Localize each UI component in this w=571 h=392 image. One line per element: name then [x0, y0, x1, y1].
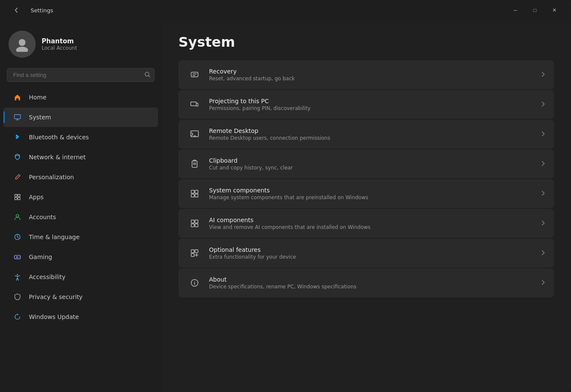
sidebar-item-gaming[interactable]: Gaming: [3, 247, 158, 267]
settings-item-remote-desktop[interactable]: Remote Desktop Remote Desktop users, con…: [178, 120, 554, 149]
sidebar-item-home[interactable]: Home: [3, 87, 158, 107]
optional-features-icon: [187, 245, 202, 261]
svg-rect-34: [191, 254, 194, 257]
sidebar-item-apps[interactable]: Apps: [3, 187, 158, 207]
avatar: [8, 31, 36, 58]
accounts-icon: [12, 212, 23, 223]
sidebar-item-personalization[interactable]: Personalization: [3, 167, 158, 187]
chevron-right-icon: [541, 131, 546, 138]
settings-item-projecting[interactable]: Projecting to this PC Permissions, pairi…: [178, 90, 554, 119]
bluetooth-icon: [12, 132, 23, 143]
ai-components-text: AI components View and remove AI compone…: [209, 217, 534, 230]
ai-components-desc: View and remove AI components that are i…: [209, 224, 534, 230]
sidebar-item-bluetooth[interactable]: Bluetooth & devices: [3, 127, 158, 147]
apps-icon: [12, 192, 23, 203]
titlebar-title: Settings: [31, 7, 53, 14]
recovery-desc: Reset, advanced startup, go back: [209, 76, 534, 82]
clipboard-desc: Cut and copy history, sync, clear: [209, 165, 534, 171]
time-icon: [12, 231, 23, 243]
svg-point-16: [19, 257, 20, 258]
sidebar-item-time[interactable]: Time & language: [3, 227, 158, 247]
remote-desktop-title: Remote Desktop: [209, 127, 534, 134]
optional-features-title: Optional features: [209, 246, 534, 253]
chevron-right-icon: [541, 71, 546, 79]
accessibility-icon: [12, 271, 23, 282]
chevron-right-icon: [541, 161, 546, 168]
chevron-right-icon: [541, 101, 546, 108]
chevron-right-icon: [541, 279, 546, 287]
optional-features-text: Optional features Extra functionality fo…: [209, 246, 534, 260]
settings-item-recovery[interactable]: Recovery Reset, advanced startup, go bac…: [178, 60, 554, 89]
close-button[interactable]: ✕: [545, 3, 564, 17]
settings-item-about[interactable]: About Device specifications, rename PC, …: [178, 268, 554, 297]
sidebar-item-privacy[interactable]: Privacy & security: [3, 287, 158, 307]
privacy-icon: [12, 291, 23, 302]
about-icon: [187, 275, 202, 290]
user-info: Phantom Local Account: [42, 37, 77, 51]
sidebar-item-label: Windows Update: [29, 313, 79, 320]
recovery-title: Recovery: [209, 68, 534, 75]
system-components-text: System components Manage system componen…: [209, 187, 534, 200]
settings-item-system-components[interactable]: System components Manage system componen…: [178, 179, 554, 208]
minimize-button[interactable]: ─: [506, 3, 525, 17]
sidebar: Phantom Local Account Home System: [0, 20, 161, 392]
sidebar-item-label: Bluetooth & devices: [29, 134, 89, 141]
svg-rect-19: [191, 102, 196, 106]
projecting-title: Projecting to this PC: [209, 98, 534, 104]
sidebar-item-label: Gaming: [29, 254, 52, 260]
settings-list: Recovery Reset, advanced startup, go bac…: [178, 60, 554, 297]
svg-rect-8: [18, 195, 20, 197]
ai-components-icon: [187, 216, 202, 231]
svg-rect-26: [191, 194, 194, 197]
svg-rect-31: [195, 224, 198, 227]
remote-desktop-icon: [187, 127, 202, 142]
titlebar-left: Settings: [7, 3, 53, 17]
page-title: System: [178, 34, 554, 50]
content-area: Phantom Local Account Home System: [0, 20, 571, 392]
back-button[interactable]: [7, 3, 26, 17]
svg-rect-25: [195, 190, 198, 193]
sidebar-item-network[interactable]: Network & internet: [3, 147, 158, 167]
svg-rect-7: [15, 195, 17, 197]
sidebar-item-label: Network & internet: [29, 154, 86, 161]
projecting-desc: Permissions, pairing PIN, discoverabilit…: [209, 105, 534, 111]
sidebar-item-label: Time & language: [29, 234, 79, 240]
sidebar-item-label: Privacy & security: [29, 293, 82, 300]
personalization-icon: [12, 172, 23, 183]
sidebar-item-label: Accessibility: [29, 274, 65, 280]
search-input[interactable]: [7, 68, 155, 82]
projecting-text: Projecting to this PC Permissions, pairi…: [209, 98, 534, 111]
projecting-icon: [187, 97, 202, 112]
sidebar-item-system[interactable]: System: [3, 107, 158, 127]
settings-item-ai-components[interactable]: AI components View and remove AI compone…: [178, 209, 554, 238]
search-box: [7, 68, 155, 82]
titlebar-controls: ─ □ ✕: [506, 3, 564, 17]
titlebar: Settings ─ □ ✕: [0, 0, 571, 20]
recovery-text: Recovery Reset, advanced startup, go bac…: [209, 68, 534, 82]
maximize-button[interactable]: □: [525, 3, 545, 17]
chevron-right-icon: [541, 250, 546, 257]
settings-window: Settings ─ □ ✕ Phantom Local Account: [0, 0, 571, 392]
svg-rect-29: [195, 220, 198, 223]
svg-point-1: [16, 47, 28, 52]
gaming-icon: [12, 251, 23, 262]
sidebar-item-update[interactable]: Windows Update: [3, 307, 158, 327]
user-subtitle: Local Account: [42, 45, 77, 51]
sidebar-item-label: Apps: [29, 194, 44, 200]
settings-item-clipboard[interactable]: Clipboard Cut and copy history, sync, cl…: [178, 149, 554, 178]
svg-rect-27: [195, 194, 198, 197]
svg-rect-4: [14, 115, 20, 119]
system-icon: [12, 112, 23, 123]
svg-rect-28: [191, 220, 194, 223]
svg-rect-9: [15, 197, 17, 200]
sidebar-item-accessibility[interactable]: Accessibility: [3, 267, 158, 287]
user-name: Phantom: [42, 37, 77, 45]
remote-desktop-desc: Remote Desktop users, connection permiss…: [209, 135, 534, 141]
sidebar-item-label: Accounts: [29, 214, 56, 220]
svg-point-39: [194, 281, 195, 282]
sidebar-item-accounts[interactable]: Accounts: [3, 207, 158, 227]
system-components-title: System components: [209, 187, 534, 194]
svg-rect-30: [191, 224, 194, 227]
about-text: About Device specifications, rename PC, …: [209, 276, 534, 290]
settings-item-optional-features[interactable]: Optional features Extra functionality fo…: [178, 239, 554, 268]
